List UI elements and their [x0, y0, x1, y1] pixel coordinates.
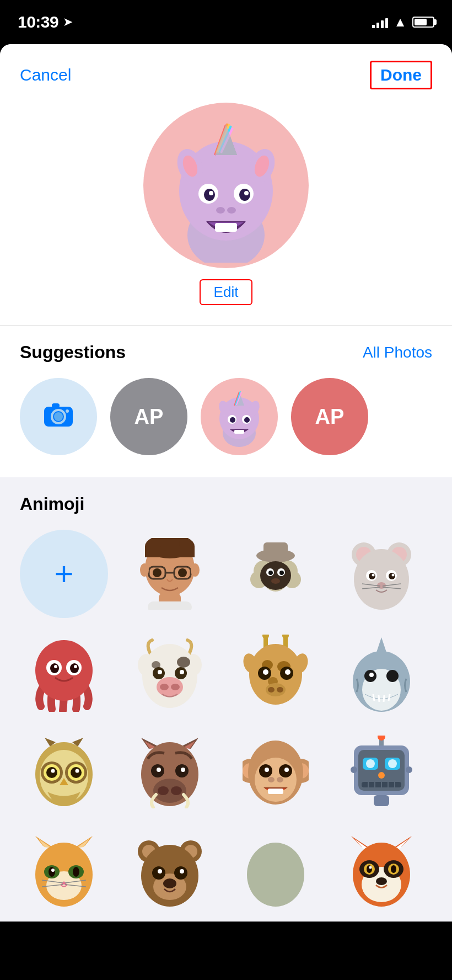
animoji-cat[interactable] — [20, 828, 108, 916]
animoji-robot[interactable] — [337, 728, 426, 817]
avatar-container — [143, 103, 309, 268]
suggestion-ap-gray-text: AP — [134, 405, 164, 429]
svg-point-94 — [171, 684, 180, 690]
location-icon: ➤ — [63, 15, 73, 29]
svg-point-130 — [46, 767, 57, 778]
svg-point-167 — [388, 759, 397, 768]
svg-point-12 — [239, 189, 250, 201]
animoji-grid: + — [20, 530, 432, 817]
animoji-title: Animoji — [20, 494, 432, 514]
svg-rect-32 — [234, 430, 244, 434]
svg-point-40 — [153, 568, 162, 577]
svg-point-146 — [181, 768, 185, 772]
suggestions-title: Suggestions — [20, 342, 126, 363]
svg-point-11 — [204, 189, 215, 201]
animoji-partial-row — [20, 828, 432, 916]
svg-point-68 — [389, 573, 395, 579]
suggestion-unicorn[interactable] — [201, 378, 278, 455]
svg-line-118 — [373, 694, 374, 701]
suggestion-ap-pink-text: AP — [315, 405, 345, 429]
animoji-owl[interactable] — [20, 728, 108, 817]
svg-point-82 — [74, 665, 77, 668]
svg-point-96 — [262, 635, 269, 639]
svg-rect-17 — [215, 223, 237, 232]
svg-point-133 — [76, 769, 79, 773]
svg-point-132 — [51, 769, 55, 773]
animoji-monkey[interactable] — [232, 728, 320, 817]
svg-point-203 — [180, 869, 184, 874]
svg-point-79 — [50, 663, 59, 673]
all-photos-link[interactable]: All Photos — [363, 344, 432, 361]
suggestion-camera[interactable] — [20, 378, 97, 455]
animoji-shark[interactable] — [337, 629, 426, 717]
svg-point-157 — [268, 777, 275, 782]
svg-point-116 — [386, 670, 399, 682]
svg-point-175 — [351, 766, 357, 773]
status-bar: 10:39 ➤ ▲ — [0, 0, 452, 44]
header-buttons: Cancel Done — [20, 44, 432, 103]
svg-point-15 — [216, 207, 225, 214]
svg-point-57 — [268, 571, 273, 575]
svg-point-187 — [73, 867, 79, 877]
svg-rect-159 — [268, 789, 283, 794]
svg-point-93 — [160, 684, 169, 690]
svg-point-107 — [263, 669, 268, 675]
svg-point-70 — [392, 574, 395, 577]
animoji-mouse[interactable] — [337, 530, 426, 618]
edit-button[interactable]: Edit — [200, 279, 253, 305]
svg-line-121 — [389, 694, 390, 701]
svg-point-131 — [71, 767, 82, 778]
svg-point-145 — [157, 768, 161, 772]
svg-point-67 — [369, 573, 375, 579]
svg-point-222 — [376, 877, 387, 885]
cancel-button[interactable]: Cancel — [20, 66, 71, 84]
svg-point-76 — [35, 640, 93, 701]
svg-rect-21 — [52, 403, 60, 408]
svg-rect-45 — [148, 601, 192, 610]
svg-point-86 — [177, 657, 190, 668]
animoji-person[interactable] — [126, 530, 214, 618]
animoji-octopus[interactable] — [20, 629, 108, 717]
svg-point-117 — [369, 673, 374, 677]
animoji-boar[interactable] — [126, 728, 214, 817]
animoji-add-button[interactable]: + — [20, 530, 108, 618]
avatar-unicorn — [143, 103, 309, 268]
svg-point-20 — [54, 412, 63, 421]
svg-point-43 — [191, 563, 200, 577]
animoji-fox[interactable] — [337, 828, 426, 916]
svg-point-13 — [209, 191, 213, 195]
svg-point-110 — [268, 687, 275, 693]
animoji-bear[interactable] — [126, 828, 214, 916]
svg-point-186 — [49, 867, 55, 877]
svg-point-204 — [163, 878, 176, 888]
svg-point-168 — [378, 772, 385, 779]
svg-point-31 — [244, 417, 250, 423]
suggestions-section: Suggestions All Photos AP — [0, 326, 452, 477]
status-icons: ▲ — [372, 14, 434, 30]
suggestions-grid: AP — [20, 378, 432, 455]
svg-point-42 — [140, 563, 149, 577]
battery-icon — [412, 17, 434, 28]
svg-point-59 — [271, 578, 280, 584]
svg-point-158 — [277, 777, 283, 782]
svg-point-22 — [66, 409, 69, 413]
animoji-giraffe[interactable] — [232, 629, 320, 717]
status-time: 10:39 — [18, 13, 58, 31]
svg-point-111 — [277, 687, 283, 693]
svg-point-64 — [354, 549, 409, 610]
svg-point-176 — [406, 766, 412, 773]
svg-point-30 — [230, 417, 235, 423]
svg-point-85 — [142, 644, 197, 708]
svg-point-152 — [255, 758, 297, 802]
suggestion-initials-pink[interactable]: AP — [291, 378, 368, 455]
animoji-panda[interactable] — [232, 828, 320, 916]
done-button[interactable]: Done — [370, 61, 432, 89]
suggestion-initials-gray[interactable]: AP — [110, 378, 187, 455]
svg-line-119 — [379, 695, 379, 702]
animoji-sheep[interactable] — [232, 530, 320, 618]
svg-point-81 — [54, 665, 57, 668]
animoji-cow[interactable] — [126, 629, 214, 717]
svg-point-221 — [369, 866, 372, 869]
svg-point-188 — [51, 869, 55, 872]
plus-icon: + — [54, 557, 73, 590]
